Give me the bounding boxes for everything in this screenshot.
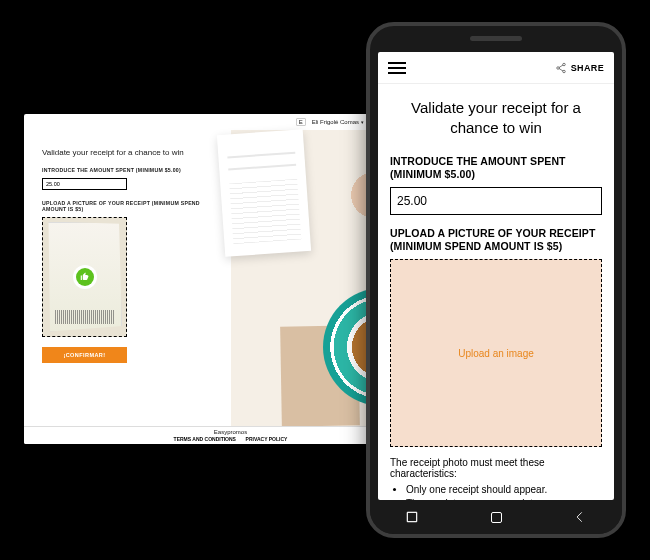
- requirements-list: Only one receipt should appear. The rece…: [390, 484, 602, 500]
- user-badge: E: [296, 118, 306, 126]
- phone-frame: SHARE Validate your receipt for a chance…: [366, 22, 626, 538]
- svg-point-5: [556, 66, 559, 69]
- amount-label: INTRODUCE THE AMOUNT SPENT (MINIMUM $5.0…: [42, 167, 217, 174]
- page-title: Validate your receipt for a chance to wi…: [42, 148, 217, 157]
- receipt-upload-box[interactable]: Upload an image: [390, 259, 602, 447]
- svg-point-4: [562, 63, 565, 66]
- upload-placeholder: Upload an image: [458, 348, 534, 359]
- home-button[interactable]: [483, 504, 509, 530]
- mobile-topbar: SHARE: [378, 52, 614, 84]
- phone-nav-bar: [370, 500, 622, 534]
- upload-label: UPLOAD A PICTURE OF YOUR RECEIPT (MINIMU…: [42, 200, 217, 213]
- page-title: Validate your receipt for a chance to wi…: [390, 98, 602, 139]
- desktop-form: Validate your receipt for a chance to wi…: [24, 130, 231, 426]
- back-button[interactable]: [567, 504, 593, 530]
- share-label: SHARE: [571, 63, 604, 73]
- amount-label: INTRODUCE THE AMOUNT SPENT (MINIMUM $5.0…: [390, 155, 602, 182]
- user-dropdown[interactable]: Eli Frigolé Comas ▾: [312, 119, 364, 125]
- requirements-intro: The receipt photo must meet these charac…: [390, 457, 602, 479]
- phone-speaker: [470, 36, 522, 41]
- home-icon: [491, 512, 502, 523]
- receipt-upload-box[interactable]: [42, 217, 127, 337]
- amount-input[interactable]: [390, 187, 602, 215]
- menu-icon[interactable]: [388, 62, 406, 74]
- recent-apps-button[interactable]: [399, 504, 425, 530]
- share-icon: [555, 62, 567, 74]
- user-name: Eli Frigolé Comas: [312, 119, 359, 125]
- thumbs-up-icon: [76, 268, 94, 286]
- list-item: Only one receipt should appear.: [406, 484, 602, 495]
- privacy-link[interactable]: PRIVACY POLICY: [246, 436, 288, 442]
- amount-input[interactable]: [42, 178, 127, 190]
- terms-link[interactable]: TERMS AND CONDITIONS: [174, 436, 236, 442]
- upload-label: UPLOAD A PICTURE OF YOUR RECEIPT (MINIMU…: [390, 227, 602, 254]
- share-button[interactable]: SHARE: [555, 62, 604, 74]
- chevron-down-icon: ▾: [361, 119, 364, 125]
- svg-point-6: [562, 70, 565, 73]
- footer-brand: Easypromos: [214, 429, 247, 435]
- mobile-form: Validate your receipt for a chance to wi…: [378, 84, 614, 500]
- paper-receipt-graphic: [216, 129, 310, 257]
- confirm-button[interactable]: ¡CONFIRMAR!: [42, 347, 127, 363]
- phone-screen: SHARE Validate your receipt for a chance…: [378, 52, 614, 500]
- barcode-graphic: [55, 310, 115, 324]
